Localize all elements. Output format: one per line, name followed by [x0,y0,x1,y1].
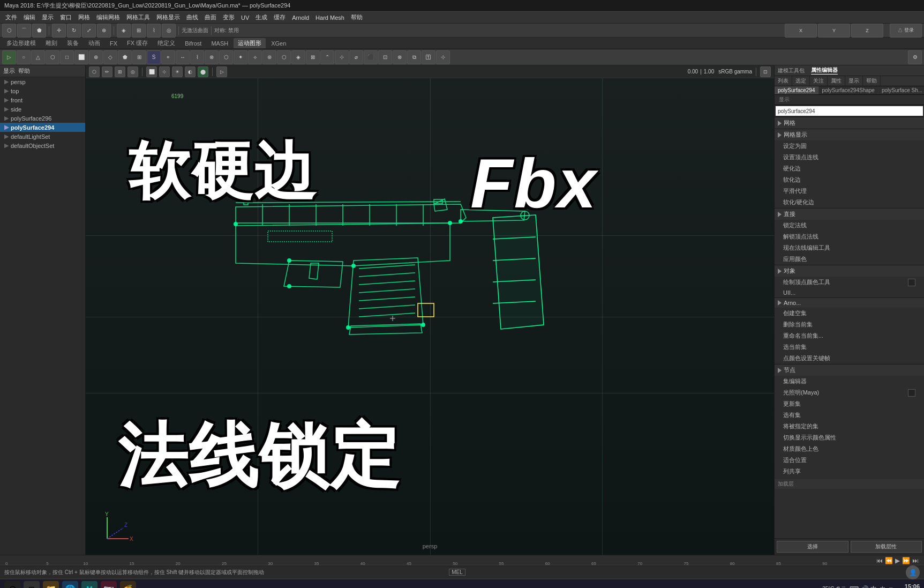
section-node-header[interactable]: 节点 [775,364,924,376]
move-icon[interactable]: ✛ [52,24,66,38]
menu-item-deform[interactable]: 变形 [220,13,238,21]
shelf-icon-30[interactable]: ⚿ [422,50,435,64]
obj-tab-0[interactable]: polySurface294 [775,86,819,94]
rp-tab-model[interactable]: 建模工具包 [778,67,805,75]
outliner-display[interactable]: 显示 [3,67,15,75]
taskbar-maya-icon[interactable]: M [81,581,97,588]
section-mesh-header[interactable]: 网格 [775,117,924,129]
taskbar-photo-icon[interactable]: 📷 [101,581,117,588]
shelf-icon-23[interactable]: ⌃ [320,50,334,64]
lasso-icon[interactable]: ⌒ [17,24,31,38]
cm-item-apply-color[interactable]: 应用颜色 [775,254,924,265]
outliner-item-side[interactable]: ▶ side [0,105,85,114]
play-stop-btn[interactable]: ▶ [895,557,900,564]
rotate-icon[interactable]: ↻ [67,24,81,38]
attr-tab-display[interactable]: 显示 [845,76,863,86]
menu-item-mesh-display[interactable]: 网格显示 [153,13,183,21]
vp-shading-btn[interactable]: ⬜ [146,66,157,77]
viewport[interactable]: ⬡ ✏ ⊞ ◎ ⬜ ⊹ ☀ ◐ ⬤ ▷ 0.00 | 1.00 sRGB gam… [86,65,774,555]
shelf-icon-26[interactable]: ⬛ [364,50,378,64]
outliner-item-poly296[interactable]: ▶ polySurface296 [0,114,85,123]
shelf-icon-1[interactable]: ▷ [2,50,16,64]
section-arnold-header[interactable]: Arno... [775,298,924,308]
section-object-header[interactable]: 对象 [775,265,924,277]
shelf-icon-24[interactable]: ⊹ [335,50,349,64]
shelf-icon-25[interactable]: ⌀ [349,50,363,64]
shelf-icon-5[interactable]: □ [60,50,74,64]
shelf-tab-poly[interactable]: 多边形建模 [2,38,40,48]
shelf-icon-7[interactable]: ⊕ [89,50,103,64]
shelf-tab-fx-cache[interactable]: FX 缓存 [123,38,152,48]
attr-tab-list[interactable]: 列表 [775,76,792,86]
shelf-icon-2[interactable]: ○ [17,50,31,64]
user-avatar[interactable]: 👤 [906,565,920,579]
shelf-icon-22[interactable]: ⊠ [306,50,320,64]
play-next-btn[interactable]: ⏩ [902,557,910,564]
cm-item-lock-normal[interactable]: 锁定法线 [775,220,924,231]
menu-item-mesh[interactable]: 网格 [75,13,93,21]
rp-load-btn[interactable]: 加载层性 [851,541,922,553]
menu-item-curves[interactable]: 曲线 [183,13,201,21]
cm-item-soften-harden[interactable]: 软化/硬化边 [775,197,924,208]
vp-wire-btn[interactable]: ⊹ [159,66,170,77]
shelf-icon-12[interactable]: ⌖ [161,50,175,64]
shelf-tab-custom[interactable]: 绝定义 [153,38,179,48]
cm-item-harden-edge[interactable]: 硬化边 [775,163,924,174]
cm-item-share-list[interactable]: 列共享 [775,466,924,477]
attr-tab-attr[interactable]: 属性 [828,76,845,86]
vp-btn-1[interactable]: ⬡ [89,66,100,77]
menu-item-hard-mesh[interactable]: Hard Mesh [312,14,348,21]
taskbar-browser-icon[interactable]: 🌐 [62,581,78,588]
cm-item-keyframe-color[interactable]: 点颜色设置关键帧 [775,353,924,364]
shelf-tab-sculpt[interactable]: 雕刻 [41,38,62,48]
menu-item-arnold[interactable]: Arnold [289,14,312,21]
vp-btn-3[interactable]: ⊞ [115,66,125,77]
shelf-icon-17[interactable]: ✦ [234,50,247,64]
login-icon[interactable]: △ 登录 [890,24,922,38]
outliner-item-default-light[interactable]: ▶ defaultLightSet [0,132,85,141]
snap-surface-icon[interactable]: ◈ [117,24,131,38]
outliner-item-poly294[interactable]: ▶ polySurface294 [0,123,85,132]
shelf-icon-settings[interactable]: ⚙ [908,50,922,64]
shelf-icon-19[interactable]: ⊛ [262,50,276,64]
rp-tab-attr[interactable]: 属性编辑器 [811,66,838,75]
shelf-icon-14[interactable]: ⌇ [190,50,204,64]
brush-select-icon[interactable]: ⬟ [32,24,46,38]
play-end-btn[interactable]: ⏭ [912,557,919,564]
taskbar-extra-icon[interactable]: 🍊 [120,581,136,588]
taskbar-start-icon[interactable]: ⊙ [4,581,20,588]
menu-item-cache[interactable]: 缓存 [271,13,289,21]
shelf-icon-29[interactable]: ⧉ [407,50,421,64]
cm-item-set-vertex-normal[interactable]: 设置顶点连线 [775,152,924,163]
cm-item-smooth-proxy[interactable]: 平滑代理 [775,185,924,197]
menu-item-help[interactable]: 帮助 [348,13,366,21]
cm-item-soften-edge[interactable]: 软化边 [775,174,924,185]
outliner-item-top[interactable]: ▶ top [0,86,85,95]
shelf-icon-11[interactable]: S [147,50,161,64]
shelf-icon-10[interactable]: ⊞ [132,50,146,64]
cm-item-delete-set[interactable]: 删除当前集 [775,319,924,330]
menu-item-edit[interactable]: 编辑 [20,13,39,21]
outliner-item-front[interactable]: ▶ front [0,95,85,105]
mel-label[interactable]: MEL [449,569,465,576]
obj-tab-2[interactable]: polySurface Sh... [878,86,924,94]
snap-point-icon[interactable]: ◎ [162,24,176,38]
obj-tab-1[interactable]: polySurface294Shape [819,86,878,94]
rp-select-btn[interactable]: 选择 [777,541,848,553]
shelf-icon-15[interactable]: ⊗ [205,50,219,64]
cm-item-select-all-sets[interactable]: 选有集 [775,410,924,421]
shelf-icon-9[interactable]: ⬟ [118,50,132,64]
shelf-icon-28[interactable]: ⊗ [393,50,407,64]
cm-item-toggle-color-attr[interactable]: 切换显示示颜色属性 [775,432,924,443]
shelf-tab-motion[interactable]: 运动图形 [234,38,266,48]
vp-btn-2[interactable]: ✏ [102,66,112,77]
section-direct-header[interactable]: 直接 [775,209,924,220]
play-prev-btn[interactable]: ⏪ [885,557,893,564]
shelf-icon-6[interactable]: ⬜ [74,50,88,64]
cm-item-fit-position[interactable]: 适合位置 [775,455,924,466]
shelf-icon-8[interactable]: ◇ [103,50,117,64]
attr-tab-focus[interactable]: 关注 [810,76,828,86]
shelf-icon-13[interactable]: ↔ [176,50,190,64]
shelf-tab-bifrost[interactable]: Bifrost [181,39,206,48]
universal-icon[interactable]: ⊕ [97,24,111,38]
